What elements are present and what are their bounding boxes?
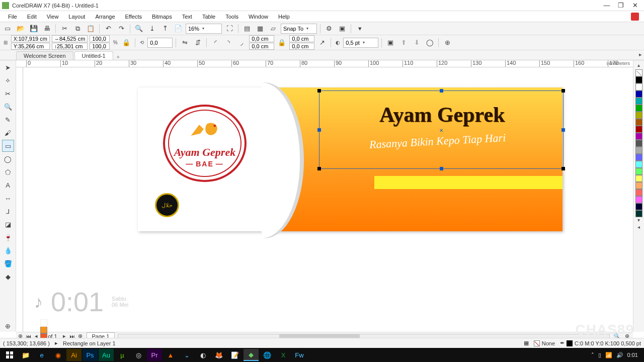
quick-customize-button[interactable]: ⊕ [442,37,453,48]
menu-window[interactable]: Window [244,13,273,21]
taskbar-notepad[interactable]: 📝 [227,349,243,361]
palette-flyout-icon[interactable]: ◂ [637,224,640,231]
corner3-field[interactable]: 0,0 cm [289,35,314,42]
relative-corner-button[interactable]: ↗ [316,37,328,48]
swatch[interactable] [635,189,642,196]
corner-lock-button[interactable]: 🔒 [276,37,287,48]
halal-badge[interactable]: حلال [155,193,179,217]
swatch[interactable] [635,126,642,133]
new-button[interactable]: ▭ [2,23,13,34]
tray-up-icon[interactable]: ˄ [591,352,594,358]
import-button[interactable]: ⤓ [146,23,157,34]
copy-button[interactable]: ⧉ [72,23,83,34]
swatch[interactable] [635,175,642,182]
scale-y-field[interactable]: 100,0 [90,43,110,50]
menu-arrange[interactable]: Arrange [90,13,120,21]
publish-pdf-button[interactable]: 📄 [173,23,184,34]
show-rulers-button[interactable]: ▤ [242,23,253,34]
pos-x-field[interactable]: X: 107,919 cm [11,35,50,42]
taskbar-steam[interactable]: ◐ [195,349,210,361]
menu-table[interactable]: Table [197,13,220,21]
minimize-button[interactable]: — [600,1,614,10]
tray-clock[interactable]: 0:01 [627,352,638,358]
fullscreen-button[interactable]: ⛶ [224,23,235,34]
wrap-text-button[interactable]: ▣ [385,37,396,48]
taskbar-firefox[interactable]: 🦊 [211,349,226,361]
selection-box[interactable]: ✕ [319,90,564,169]
swatch[interactable] [635,105,642,112]
status-color-proof-icon[interactable]: ▦ [524,340,529,346]
restore-button[interactable]: ❐ [614,1,628,10]
tray-wifi-icon[interactable]: 📶 [605,352,612,358]
cut-button[interactable]: ✂ [59,23,70,34]
export-button[interactable]: ⤒ [159,23,171,34]
menu-effects[interactable]: Effects [120,13,147,21]
swatch[interactable] [635,119,642,126]
show-guidelines-button[interactable]: ▱ [268,23,279,34]
ellipse-tool[interactable]: ◯ [2,153,14,165]
taskbar-origin[interactable]: ◉ [50,349,65,361]
corner4-field[interactable]: 0,0 cm [289,43,314,50]
transparency-tool[interactable]: 🍷 [2,231,14,243]
swatch-none[interactable] [635,69,642,76]
zoom-tool[interactable]: 🔍 [2,101,14,113]
swatch[interactable] [635,76,642,83]
options-button[interactable]: ⚙ [324,23,335,34]
yellow-bar-rect[interactable] [374,176,562,189]
parallel-dim-tool[interactable]: ↔ [2,192,14,204]
freehand-tool[interactable]: ✎ [2,114,14,126]
redo-button[interactable]: ↷ [116,23,127,34]
menu-bitmaps[interactable]: Bitmaps [147,13,177,21]
outline-width-combo[interactable]: 0,5 pt▾ [343,38,378,48]
rectangle-tool[interactable]: ▭ [2,140,14,152]
print-button[interactable]: 🖶 [41,23,52,34]
swatch[interactable] [635,112,642,119]
text-tool[interactable]: A [2,179,14,191]
menu-file[interactable]: File [3,13,22,21]
polygon-tool[interactable]: ⬠ [2,166,14,178]
save-button[interactable]: 💾 [28,23,39,34]
taskbar-explorer[interactable]: 📁 [18,349,33,361]
taskbar-ps[interactable]: Ps [83,349,98,361]
quick-customize-toolbox[interactable]: ⊕ [2,320,14,332]
taskbar-excel[interactable]: X [276,349,291,361]
drop-shadow-tool[interactable]: ◪ [2,218,14,230]
taskbar-utorrent[interactable]: µ [115,349,130,361]
corner2-field[interactable]: 0,0 cm [249,43,274,50]
app-launcher-button[interactable]: ▾ [354,23,365,34]
artistic-media-tool[interactable]: 🖌 [2,127,14,139]
connector-tool[interactable]: ⅃ [2,205,14,217]
convert-curves-button[interactable]: ◯ [424,37,435,48]
to-front-button[interactable]: ⬆ [398,37,409,48]
swatch[interactable] [635,147,642,154]
menu-text[interactable]: Text [177,13,197,21]
mirror-v-button[interactable]: ⇵ [192,37,203,48]
lock-ratio-button[interactable]: 🔒 [121,37,132,48]
smart-fill-tool[interactable]: ◆ [2,270,14,283]
shape-tool[interactable]: ✧ [2,74,14,86]
swatch[interactable] [635,210,642,217]
ruler-horizontal[interactable]: centimeters 0102030405060708090100110120… [16,60,633,67]
start-button[interactable] [2,349,17,361]
swatch[interactable] [635,98,642,105]
open-button[interactable]: 📂 [15,23,26,34]
corner-scallop-button[interactable]: ◝ [223,37,234,48]
tab-welcome[interactable]: Welcome Screen [16,51,73,60]
tabs-scroll-icon[interactable]: ▸ [639,51,642,58]
swatch[interactable] [635,203,642,210]
swatch[interactable] [635,161,642,168]
taskbar-chrome[interactable]: 🌐 [260,349,275,361]
launch-button[interactable]: ▣ [337,23,348,34]
menu-view[interactable]: View [42,13,64,21]
corner1-field[interactable]: 0,0 cm [249,35,274,42]
zoom-combo[interactable]: 16%▾ [186,24,222,34]
undo-button[interactable]: ↶ [103,23,114,34]
swatch[interactable] [635,196,642,203]
show-grid-button[interactable]: ▦ [255,23,266,34]
swatch[interactable] [635,168,642,175]
interactive-fill-tool[interactable]: 🪣 [2,257,14,269]
menu-layout[interactable]: Layout [63,13,90,21]
palette-down-icon[interactable]: ▾ [637,217,640,224]
rotation-field[interactable]: 0,0 [147,38,173,48]
taskbar-au[interactable]: Au [99,349,114,361]
